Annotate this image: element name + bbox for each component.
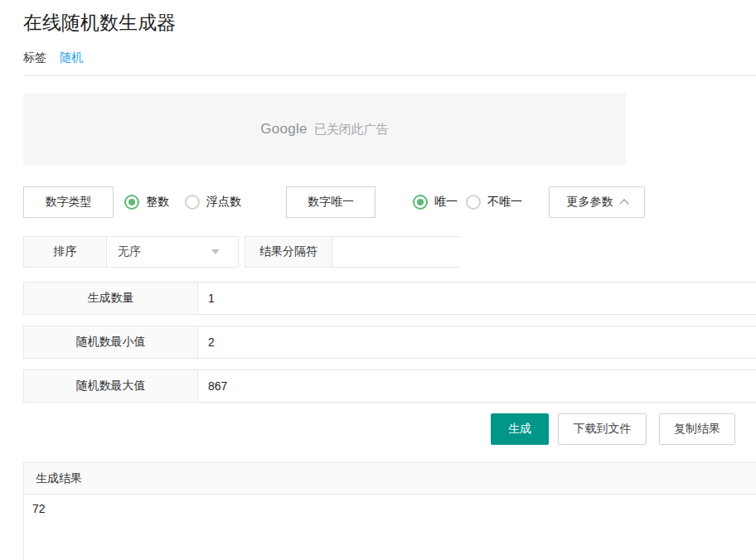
- uniqueness-label: 数字唯一: [286, 186, 376, 218]
- sort-select[interactable]: 无序: [107, 237, 238, 267]
- sort-label: 排序: [24, 237, 107, 267]
- max-value-label: 随机数最大值: [24, 370, 198, 402]
- header-divider: [23, 75, 756, 76]
- page-title: 在线随机数生成器: [23, 10, 176, 36]
- radio-unchecked-icon: [466, 195, 481, 210]
- result-value: 72: [24, 495, 756, 560]
- max-value-row: 随机数最大值: [23, 369, 756, 403]
- tags-label: 标签: [23, 51, 46, 64]
- chevron-down-icon: [211, 249, 220, 254]
- count-input[interactable]: [198, 282, 756, 314]
- radio-float-label: 浮点数: [206, 195, 241, 210]
- count-row: 生成数量: [23, 282, 756, 315]
- min-value-label: 随机数最小值: [24, 326, 198, 358]
- result-panel: 生成结果 72: [23, 462, 756, 560]
- generate-button[interactable]: 生成: [491, 413, 549, 445]
- sort-group: 排序 无序: [23, 236, 239, 268]
- copy-result-button[interactable]: 复制结果: [659, 413, 735, 445]
- separator-group: 结果分隔符: [245, 236, 460, 268]
- radio-unchecked-icon: [185, 195, 200, 210]
- radio-unique-label: 唯一: [434, 195, 458, 210]
- tag-random-link[interactable]: 随机: [60, 51, 83, 65]
- radio-unique[interactable]: 唯一: [413, 186, 458, 218]
- max-value-input[interactable]: [198, 370, 756, 402]
- more-params-button[interactable]: 更多参数: [549, 186, 645, 218]
- google-logo-text: Google: [260, 121, 308, 138]
- random-number-generator-page: 在线随机数生成器 标签 随机 Google 已关闭此广告 数字类型 整数 浮点数…: [0, 0, 756, 560]
- radio-float[interactable]: 浮点数: [185, 186, 241, 218]
- more-params-label: 更多参数: [567, 195, 613, 210]
- separator-input[interactable]: [332, 237, 460, 267]
- radio-integer-label: 整数: [146, 195, 169, 210]
- ad-banner: Google 已关闭此广告: [23, 93, 626, 166]
- radio-integer[interactable]: 整数: [124, 186, 169, 218]
- min-value-input[interactable]: [198, 326, 756, 358]
- result-header: 生成结果: [24, 463, 756, 495]
- ad-closed-message: 已关闭此广告: [314, 122, 389, 138]
- radio-not-unique-label: 不唯一: [487, 195, 522, 210]
- tag-bar: 标签 随机: [23, 51, 46, 65]
- radio-checked-icon: [124, 195, 139, 210]
- sort-selected-value: 无序: [118, 244, 141, 259]
- separator-label: 结果分隔符: [245, 237, 332, 267]
- min-value-row: 随机数最小值: [23, 326, 756, 359]
- chevron-up-icon: [619, 199, 628, 208]
- count-label: 生成数量: [24, 282, 198, 314]
- radio-not-unique[interactable]: 不唯一: [466, 186, 522, 218]
- number-type-label: 数字类型: [23, 186, 114, 218]
- download-button[interactable]: 下载到文件: [558, 413, 647, 445]
- radio-checked-icon: [413, 195, 428, 210]
